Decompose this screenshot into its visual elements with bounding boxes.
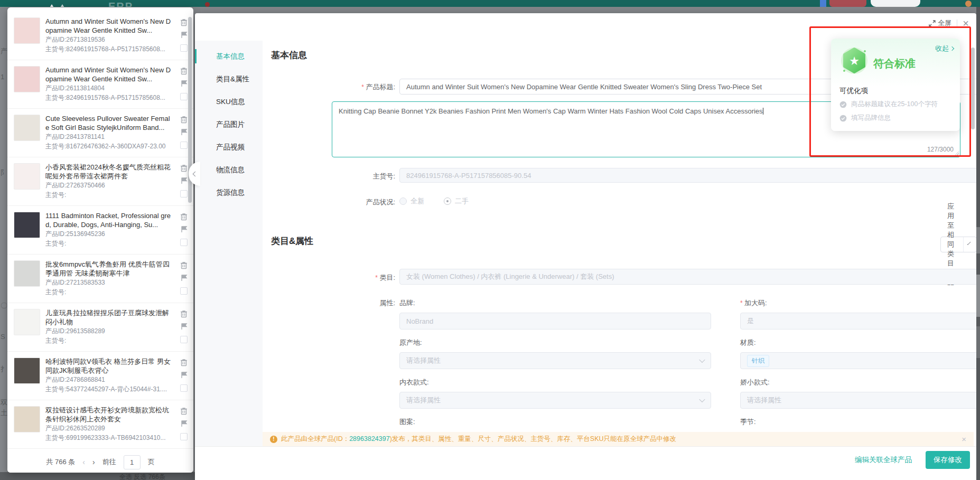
collapse-panel-button[interactable]: 收起 (935, 44, 954, 53)
product-checkbox[interactable] (180, 384, 188, 392)
pattern-label: 图案: (399, 417, 711, 427)
condition-radio-new[interactable]: 全新 (399, 196, 424, 206)
background-glyph: 阝 (1, 168, 7, 178)
delete-icon[interactable] (180, 18, 188, 26)
apply-to-same-category-button[interactable]: 应用至相同类目产品 (940, 237, 976, 252)
radio-icon (399, 197, 407, 205)
underwear-style-label: 内衣款式: (399, 378, 711, 387)
material-tag: 针织 (747, 355, 769, 367)
product-list-panel: Autumn and Winter Suit Women's New Dopam… (7, 7, 193, 473)
prev-page-button[interactable]: ‹ (82, 458, 85, 466)
plus-size-value: 是 (747, 316, 754, 326)
flag-icon[interactable] (181, 80, 188, 87)
next-page-button[interactable]: › (92, 458, 95, 466)
product-checkbox[interactable] (180, 239, 188, 246)
attr-origin: 原产地: 请选择属性 (399, 338, 711, 369)
product-checkbox[interactable] (180, 433, 188, 440)
close-icon[interactable]: × (963, 19, 969, 27)
delete-icon[interactable] (180, 213, 188, 221)
product-list-item[interactable]: Cute Sleeveless Pullover Sweater Female … (7, 109, 193, 157)
radio-label: 二手 (455, 196, 469, 206)
flag-icon[interactable] (181, 225, 188, 233)
product-checkbox[interactable] (180, 44, 188, 52)
modal-nav-label: 类目&属性 (216, 74, 249, 84)
petite-select: 请选择属性 (740, 392, 976, 409)
product-checkbox[interactable] (180, 287, 188, 295)
edit-global-product-link[interactable]: 编辑关联全球产品 (855, 455, 912, 465)
product-title: Cute Sleeveless Pullover Sweater Female … (45, 115, 173, 132)
origin-select: 请选择属性 (399, 352, 711, 369)
attr-pattern: 图案: (399, 417, 711, 431)
modal-nav-tab[interactable]: 类目&属性 (195, 68, 263, 90)
product-checkbox[interactable] (180, 190, 188, 197)
product-list-item[interactable]: 双拉链设计感毛衣开衫女跨境新款宽松坑条针织衫休闲上衣外套女 产品ID:26263… (7, 400, 193, 449)
delete-icon[interactable] (180, 67, 188, 75)
product-id: 产品ID:26113814804 (45, 84, 173, 93)
title-label: 产品标题: (326, 82, 395, 92)
petite-label: 娇小款式: (740, 378, 976, 387)
modal-nav-tab[interactable]: 产品视频 (195, 136, 263, 158)
attr-material: 材质: 针织 (740, 338, 976, 369)
product-list-item[interactable]: 哈利波特同款V领毛衣 格兰芬多日常 男女同款JK制服毛衣背心 产品ID:2478… (7, 352, 193, 400)
modal-nav-tab[interactable]: 货源信息 (195, 181, 263, 204)
product-id: 产品ID:29613588289 (45, 327, 173, 336)
modal-nav-tab[interactable]: 基本信息 (195, 45, 263, 68)
product-list-item[interactable]: 批发6mmpvc氧气养鱼虾用 优质牛筋管四季通用管 无味柔韧耐寒牛津 产品ID:… (7, 255, 193, 303)
product-description-value: Knitting Cap Beanie Bonnet Y2k Beanies F… (339, 107, 763, 115)
resize-grip-icon[interactable] (954, 151, 959, 156)
chevron-left-icon (193, 171, 198, 176)
modal-nav-tab[interactable]: 产品图片 (195, 113, 263, 136)
save-button[interactable]: 保存修改 (926, 451, 970, 469)
modal-nav-tab[interactable]: 物流信息 (195, 158, 263, 181)
page-number-input[interactable]: 1 (124, 455, 141, 469)
category-label: 类目: (326, 273, 395, 283)
product-sku: 主货号:543772445297-A-背心15044#-31.... (45, 385, 173, 394)
header-blue-fragment (820, 0, 826, 7)
warning-close-icon[interactable]: × (962, 435, 966, 444)
product-list-item[interactable]: Autumn and Winter Suit Women's New Dopam… (7, 12, 193, 60)
product-list-item[interactable]: 儿童玩具拉拉猪捏捏乐团子豆腐球发泄解闷小礼物 产品ID:29613588289 … (7, 303, 193, 352)
delete-icon[interactable] (180, 310, 188, 318)
delete-icon[interactable] (180, 359, 188, 366)
product-title: 双拉链设计感毛衣开衫女跨境新款宽松坑条针织衫休闲上衣外套女 (45, 406, 173, 423)
app-logo-text: ERP (108, 1, 133, 7)
global-product-id: 28963824397 (349, 435, 389, 443)
radio-label: 全新 (410, 196, 424, 206)
modal-scrollbar[interactable] (971, 48, 975, 129)
product-id: 产品ID:27213583533 (45, 278, 173, 287)
modal-nav-tab[interactable]: SKU信息 (195, 90, 263, 113)
plus-size-select: 是 (740, 313, 976, 330)
product-list-item[interactable]: 小香风套装裙2024秋冬名媛气质亮丝粗花呢短外套吊带连衣裙两件套 产品ID:27… (7, 157, 193, 206)
flag-icon[interactable] (181, 323, 188, 330)
flag-icon[interactable] (181, 31, 188, 39)
divider (957, 20, 957, 27)
origin-placeholder: 请选择属性 (406, 356, 441, 365)
product-checkbox[interactable] (180, 142, 188, 149)
background-glyph: 扌 (1, 364, 7, 375)
delete-icon[interactable] (180, 261, 188, 269)
material-select: 针织 (740, 352, 976, 369)
fullscreen-button[interactable]: 全屏 (929, 18, 951, 28)
flag-icon[interactable] (181, 420, 188, 427)
condition-radio-used[interactable]: 二手 (444, 196, 469, 206)
product-title: 批发6mmpvc氧气养鱼虾用 优质牛筋管四季通用管 无味柔韧耐寒牛津 (45, 260, 173, 278)
chevron-down-icon (699, 357, 705, 363)
delete-icon[interactable] (180, 407, 188, 415)
background-select-controls: 全选 反选 766条 (119, 473, 165, 480)
delete-icon[interactable] (180, 164, 188, 172)
flag-icon[interactable] (181, 371, 188, 379)
quality-check-panel: 收起 ★ 符合标准 可优化项 商品标题建议在25-100个字符 (831, 39, 960, 131)
background-glyph: S (1, 333, 7, 343)
product-list-item[interactable]: 1111 Badminton Racket, Professional gred… (7, 206, 193, 255)
header-search-pill (871, 0, 920, 7)
optimize-item-text: 商品标题建议在25-100个字符 (851, 100, 938, 109)
flag-icon[interactable] (181, 177, 188, 184)
product-checkbox[interactable] (180, 93, 188, 100)
flag-icon[interactable] (181, 274, 188, 281)
modal-nav-label: 货源信息 (216, 188, 245, 197)
product-list-item[interactable]: Autumn and Winter Suit Women's New Dopam… (7, 60, 193, 109)
product-checkbox[interactable] (180, 336, 188, 343)
delete-icon[interactable] (180, 116, 188, 124)
main-sku-input: 824961915768-A-P517157856085-90.54 (399, 168, 976, 183)
flag-icon[interactable] (181, 128, 188, 136)
